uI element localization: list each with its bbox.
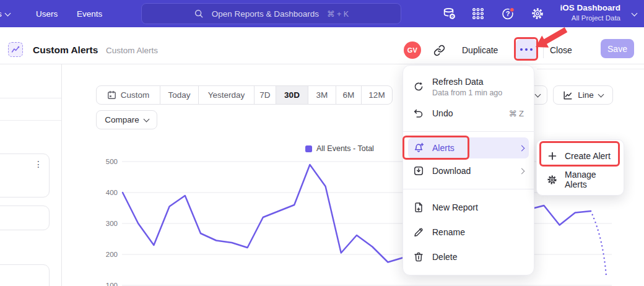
legend-label: All Events - Total [316,144,374,153]
page-title: Custom Alerts [33,45,98,56]
menu-item-label: Delete [432,252,524,262]
date-range-7d[interactable]: 7D [255,86,276,104]
menu-item-shortcut: ⌘ Z [508,109,524,118]
chevron-down-icon [4,10,11,16]
chevron-right-icon [519,145,525,151]
menu-item-new-report[interactable]: New Report [403,195,534,220]
submenu-item-label: Manage Alerts [565,170,614,189]
date-range-label: 30D [284,90,300,100]
menu-item-label: Download [432,166,511,176]
chevron-right-icon [519,168,525,174]
y-axis-tick: 100 [106,282,118,286]
y-axis-tick: 300 [106,220,118,227]
divider [0,98,61,98]
data-management-icon[interactable] [442,6,456,21]
divider [403,131,534,132]
menu-item-label: Alerts [432,143,511,153]
nav-item-users[interactable]: Users [36,0,58,27]
date-range-12m[interactable]: 12M [362,86,392,104]
nav-users-label: Users [36,9,58,19]
global-search-input[interactable]: Open Reports & Dashboards ⌘ + K [141,3,401,24]
date-range-yesterday[interactable]: Yesterday [199,86,255,104]
line-chart-icon [563,90,573,100]
settings-gear-icon[interactable] [530,6,545,21]
menu-item-label: Refresh Data [432,77,502,87]
gear-icon [547,175,557,185]
legend-swatch [305,145,312,152]
menu-item-undo[interactable]: Undo ⌘ Z [403,101,534,126]
divider [543,41,544,58]
refresh-icon [413,81,424,92]
pencil-icon [413,227,424,238]
dot [520,48,523,51]
nav-item-events[interactable]: Events [77,0,102,27]
duplicate-button[interactable]: Duplicate [462,45,498,55]
menu-item-alerts[interactable]: Alerts [408,137,529,158]
search-placeholder: Open Reports & Dashboards [212,9,319,19]
help-icon[interactable]: ? [500,6,515,21]
bell-plus-icon [413,142,424,154]
date-range-label: Today [168,90,190,100]
submenu-item-manage-alerts[interactable]: Manage Alerts [537,168,624,191]
project-chevron[interactable] [632,0,637,27]
top-navbar: s Users Events Open Reports & Dashboards… [0,0,644,27]
divider [403,189,534,189]
menu-item-label: New Report [432,202,524,212]
search-icon [194,9,204,19]
report-header: Custom Alerts Custom Alerts GV Duplicate… [0,27,644,64]
svg-text:?: ? [505,10,510,17]
nav-events-label: Events [77,9,102,19]
submenu-item-label: Create Alert [565,151,611,161]
alerts-submenu: Create Alert Manage Alerts [536,139,624,196]
dot [525,48,528,51]
sidebar-divider [61,64,62,286]
app-window: s Users Events Open Reports & Dashboards… [0,0,644,286]
apps-grid-icon[interactable] [471,6,485,21]
search-shortcut-hint: ⌘ + K [327,9,349,19]
menu-item-refresh-data[interactable]: Refresh Data Data from 1 min ago [403,71,534,101]
project-selector[interactable]: iOS Dashboard All Project Data [560,2,620,25]
menu-item-label: Undo [432,108,500,118]
new-report-icon [413,202,424,213]
report-type-icon [8,42,23,57]
divider [0,120,61,121]
more-options-button[interactable] [516,39,537,60]
date-range-custom[interactable]: Custom [97,86,160,104]
breadcrumb[interactable]: Custom Alerts [106,46,158,55]
menu-item-delete[interactable]: Delete [403,245,534,269]
date-range-label: 3M [316,90,328,100]
nav-overflow-label: s [0,9,2,19]
submenu-item-create-alert[interactable]: Create Alert [537,144,624,168]
date-range-6m[interactable]: 6M [336,86,362,104]
sidebar-card[interactable]: ⋮ [0,154,50,197]
nav-overflow-item[interactable]: s [0,0,10,27]
plus-icon [547,151,557,162]
date-range-30d-selected[interactable]: 30D [276,86,308,104]
chevron-down-icon [598,92,604,98]
calendar-icon [107,90,116,100]
date-range-3m[interactable]: 3M [308,86,336,104]
chart-type-label: Line [578,90,594,100]
legend-item[interactable]: All Events - Total [305,144,374,153]
menu-item-download[interactable]: Download [403,158,534,183]
menu-item-rename[interactable]: Rename [403,220,534,245]
y-axis-tick: 400 [106,189,118,196]
chart-type-dropdown[interactable]: Line [553,85,613,105]
context-menu: Refresh Data Data from 1 min ago Undo ⌘ … [402,65,534,275]
save-button[interactable]: Save [601,39,634,58]
chevron-down-icon [535,92,541,98]
menu-item-sublabel: Data from 1 min ago [432,89,502,97]
undo-icon [413,108,424,119]
sidebar-card[interactable] [0,264,50,286]
y-axis-tick: 500 [106,158,118,165]
kebab-menu-icon[interactable]: ⋮ [34,159,43,169]
sidebar-card[interactable] [0,206,50,230]
close-button[interactable]: Close [550,45,572,55]
project-name: iOS Dashboard [560,2,620,14]
copy-link-icon[interactable] [431,42,447,58]
date-range-label: 6M [343,90,355,100]
avatar[interactable]: GV [404,41,421,59]
date-range-today[interactable]: Today [160,86,199,104]
y-axis-tick: 200 [106,251,118,258]
chart-line-dotted-forecast [591,211,606,278]
